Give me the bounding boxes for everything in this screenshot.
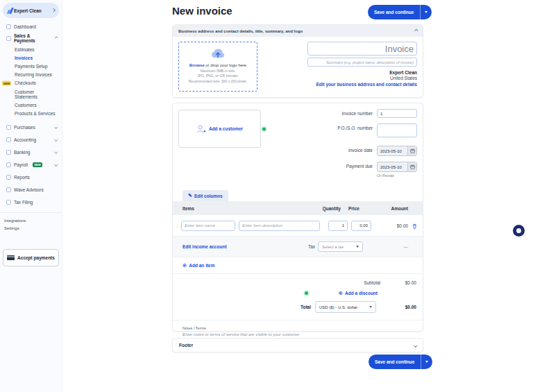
cloud-upload-icon bbox=[211, 49, 225, 58]
edit-columns-button[interactable]: ✎ Edit columns bbox=[183, 190, 228, 201]
sidebar-item-purchases[interactable]: Purchases bbox=[0, 123, 62, 132]
calendar-icon[interactable] bbox=[407, 146, 416, 155]
save-and-continue-button-top[interactable]: Save and continue bbox=[368, 5, 432, 19]
sidebar-item-customers[interactable]: Customers bbox=[0, 101, 62, 109]
new-badge: NEW bbox=[2, 80, 11, 85]
browse-link[interactable]: Browse bbox=[189, 63, 205, 67]
payment-due-value: 2023-05-10 bbox=[378, 165, 407, 169]
tax-select-placeholder: Select a tax bbox=[322, 245, 356, 249]
item-description-input[interactable] bbox=[239, 221, 320, 231]
quantity-column-header: Quantity bbox=[313, 206, 341, 211]
tax-amount-value: — bbox=[372, 244, 408, 249]
calendar-icon[interactable] bbox=[407, 162, 416, 171]
invoice-number-input[interactable] bbox=[377, 109, 417, 118]
sidebar-item-payroll[interactable]: Payroll NEW bbox=[0, 160, 62, 169]
sidebar-item-label: Accounting bbox=[14, 137, 36, 142]
po-so-number-label: P.O./S.O. number bbox=[330, 123, 373, 137]
item-row: ⋮⋮ $0.00 bbox=[173, 215, 423, 236]
invoice-summary-input[interactable] bbox=[307, 58, 417, 67]
add-item-button[interactable]: ⊕ Add an item bbox=[173, 257, 423, 273]
sidebar-item-products-services[interactable]: Products & Services bbox=[0, 109, 62, 117]
invoice-body-card: Add a customer Invoice number P.O./S.O. … bbox=[172, 103, 423, 332]
logo-hint-size: Maximum 5MB in size. bbox=[179, 69, 257, 73]
logo-upload-prompt: Browse or drop your logo here bbox=[179, 63, 257, 67]
item-price-input[interactable] bbox=[351, 221, 371, 231]
chevron-down-icon bbox=[54, 151, 58, 154]
chevron-down-icon bbox=[54, 126, 58, 129]
item-quantity-input[interactable] bbox=[328, 221, 348, 231]
amount-column-header: Amount bbox=[372, 206, 408, 211]
subtotal-label: Subtotal bbox=[364, 280, 380, 285]
invoice-title-input[interactable] bbox=[307, 42, 417, 56]
po-so-number-input[interactable] bbox=[377, 123, 417, 137]
plus-circle-icon: ⊕ bbox=[339, 290, 343, 296]
sidebar-item-wave-advisors[interactable]: Wave Advisors bbox=[0, 185, 62, 194]
add-item-label: Add an item bbox=[189, 263, 214, 268]
edit-income-account-link[interactable]: Edit income account bbox=[183, 244, 227, 249]
totals-section: Subtotal $0.00 ⊕ Add a discount Total US… bbox=[173, 273, 423, 320]
subtotal-value: $0.00 bbox=[380, 280, 416, 285]
advisors-icon bbox=[6, 187, 11, 192]
sidebar-link-integrations[interactable]: Integrations bbox=[0, 217, 62, 225]
sidebar-item-label: Wave Advisors bbox=[14, 187, 44, 192]
save-dropdown-toggle[interactable] bbox=[421, 355, 432, 369]
currency-select[interactable]: USD ($) - U.S. dollar bbox=[315, 301, 376, 313]
sidebar-item-invoices[interactable]: Invoices bbox=[0, 53, 62, 62]
sidebar-item-accounting[interactable]: Accounting bbox=[0, 135, 62, 144]
invoice-date-value: 2023-05-10 bbox=[378, 149, 407, 153]
payroll-icon bbox=[6, 162, 11, 167]
sales-payments-icon bbox=[6, 36, 11, 41]
business-name-text: Expert Clean bbox=[389, 70, 417, 75]
chevron-down-icon bbox=[54, 138, 58, 142]
sidebar-item-recurring-invoices[interactable]: Recurring Invoices bbox=[0, 71, 62, 79]
accounting-icon bbox=[6, 137, 11, 142]
add-person-icon bbox=[196, 125, 206, 133]
save-and-continue-button-bottom[interactable]: Save and continue bbox=[369, 355, 432, 369]
edit-columns-label: Edit columns bbox=[194, 194, 223, 198]
sidebar-item-tax-filing[interactable]: Tax Filing bbox=[0, 198, 62, 207]
add-discount-button[interactable]: ⊕ Add a discount bbox=[339, 290, 378, 296]
sidebar-item-reports[interactable]: Reports bbox=[0, 173, 62, 182]
save-dropdown-toggle[interactable] bbox=[420, 5, 432, 19]
sidebar-item-label: Tax Filing bbox=[14, 200, 33, 205]
sidebar-divider bbox=[0, 212, 62, 213]
chevron-up-icon bbox=[54, 37, 58, 40]
payment-due-label: Payment due bbox=[330, 162, 373, 178]
sidebar-item-estimates[interactable]: Estimates bbox=[0, 45, 62, 53]
sidebar-item-checkouts[interactable]: NEW Checkouts bbox=[0, 79, 62, 87]
logo-hint-dimensions: Recommended size: 300 x 200 pixels. bbox=[179, 79, 257, 83]
add-customer-box[interactable]: Add a customer bbox=[178, 110, 261, 148]
sidebar-link-settings[interactable]: Settings bbox=[0, 225, 62, 232]
sidebar-item-dashboard[interactable]: Dashboard bbox=[0, 22, 62, 31]
sidebar-item-customer-statements[interactable]: Customer Statements bbox=[0, 87, 62, 101]
green-status-dot bbox=[303, 290, 310, 296]
sidebar-item-label: Customer Statements bbox=[15, 90, 37, 99]
pencil-icon: ✎ bbox=[188, 193, 192, 198]
edit-business-address-link[interactable]: Edit your business address and contact d… bbox=[316, 82, 417, 87]
save-button-label: Save and continue bbox=[368, 5, 420, 19]
business-switcher[interactable]: Expert Clean bbox=[3, 3, 59, 18]
sidebar-item-payments-setup[interactable]: Payments Setup bbox=[0, 62, 62, 70]
trash-icon[interactable] bbox=[408, 219, 417, 232]
sidebar-item-banking[interactable]: Banking bbox=[0, 148, 62, 157]
caret-down-icon bbox=[369, 306, 372, 308]
accept-payments-button[interactable]: Accept payments bbox=[3, 249, 59, 266]
footer-section-header[interactable]: Footer bbox=[172, 338, 423, 352]
items-table-header: Items Quantity Price Amount bbox=[173, 201, 423, 215]
address-section-header[interactable]: Business address and contact details, ti… bbox=[173, 25, 423, 37]
sidebar-item-label: Estimates bbox=[15, 47, 35, 52]
tax-select[interactable]: Select a tax bbox=[318, 241, 363, 252]
page-title: New invoice bbox=[172, 5, 232, 17]
chevron-down-icon bbox=[54, 163, 58, 167]
business-country-text: United States bbox=[390, 76, 417, 80]
notes-terms-placeholder: Enter notes or terms of service that are… bbox=[183, 332, 413, 336]
logo-upload-dropzone[interactable]: Browse or drop your logo here Maximum 5M… bbox=[178, 42, 257, 92]
payment-due-input[interactable]: 2023-05-10 bbox=[377, 162, 417, 172]
invoice-date-input[interactable]: 2023-05-10 bbox=[377, 146, 417, 156]
item-name-input[interactable] bbox=[181, 221, 235, 231]
drag-handle-icon[interactable]: ⋮⋮ bbox=[175, 223, 181, 228]
floating-indicator-ring bbox=[513, 225, 525, 237]
logo-hint-formats: JPG, PNG, or GIF formats. bbox=[179, 74, 257, 78]
invoice-date-label: Invoice date bbox=[330, 146, 373, 156]
sidebar-item-sales-payments[interactable]: Sales & Payments bbox=[0, 31, 62, 45]
